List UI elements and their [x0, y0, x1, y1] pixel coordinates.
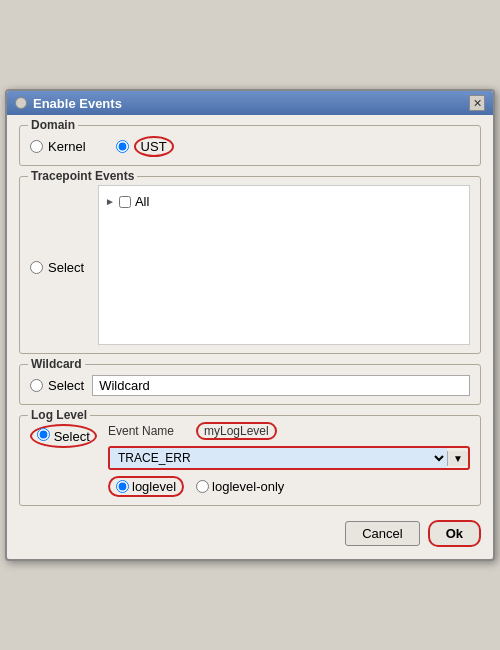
wildcard-row: Select	[30, 371, 470, 396]
log-level-select-row: TRACE_ERR ▼	[108, 446, 470, 470]
wildcard-select-radio[interactable]	[30, 379, 43, 392]
tracepoint-section: Tracepoint Events Select ► All	[19, 176, 481, 354]
tree-all-checkbox[interactable]	[119, 196, 131, 208]
cancel-button[interactable]: Cancel	[345, 521, 419, 546]
loglevel-label-circled: loglevel	[108, 476, 184, 497]
dropdown-arrow-button[interactable]: ▼	[447, 451, 468, 466]
enable-events-dialog: Enable Events ✕ Domain Kernel UST	[5, 89, 495, 561]
tree-arrow-icon[interactable]: ►	[105, 196, 115, 207]
log-level-section: Log Level Select Event Name	[19, 415, 481, 506]
wildcard-input[interactable]	[92, 375, 470, 396]
tree-all-row: ► All	[105, 192, 463, 211]
wildcard-select-radio-item[interactable]: Select	[30, 378, 84, 393]
wildcard-select-label: Select	[48, 378, 84, 393]
domain-label: Domain	[28, 118, 78, 132]
loglevel-radios: loglevel loglevel-only	[108, 476, 470, 497]
kernel-label: Kernel	[48, 139, 86, 154]
tracepoint-select-radio[interactable]	[30, 261, 43, 274]
tracepoint-tree-box: ► All	[98, 185, 470, 345]
tree-all-label: All	[135, 194, 149, 209]
ust-radio[interactable]	[116, 140, 129, 153]
loglevel-radio-item[interactable]: loglevel	[108, 476, 184, 497]
log-level-inner: Select Event Name myLogLevel TRAC	[20, 416, 480, 505]
event-name-value: myLogLevel	[196, 422, 277, 440]
dialog-title: Enable Events	[33, 96, 122, 111]
loglevel-only-radio-item[interactable]: loglevel-only	[196, 479, 284, 494]
loglevel-only-label: loglevel-only	[212, 479, 284, 494]
log-level-select-radio[interactable]	[37, 428, 50, 441]
title-bar: Enable Events ✕	[7, 91, 493, 115]
title-bar-dot	[15, 97, 27, 109]
title-bar-left: Enable Events	[15, 96, 122, 111]
tracepoint-content: Select ► All	[20, 185, 480, 353]
tracepoint-left-col: Select	[30, 185, 90, 275]
tracepoint-label: Tracepoint Events	[28, 169, 137, 183]
ust-radio-item[interactable]: UST	[116, 136, 174, 157]
log-level-row: Select Event Name myLogLevel TRAC	[30, 422, 470, 497]
wildcard-section: Wildcard Select	[19, 364, 481, 405]
kernel-radio[interactable]	[30, 140, 43, 153]
kernel-radio-item[interactable]: Kernel	[30, 139, 86, 154]
log-level-label: Log Level	[28, 408, 90, 422]
log-level-select-circled: Select	[30, 424, 97, 448]
ok-button[interactable]: Ok	[428, 520, 481, 547]
close-button[interactable]: ✕	[469, 95, 485, 111]
buttons-row: Cancel Ok	[19, 516, 481, 547]
domain-section: Domain Kernel UST	[19, 125, 481, 166]
loglevel-radio[interactable]	[116, 480, 129, 493]
ust-label: UST	[141, 139, 167, 154]
log-level-form: Event Name myLogLevel TRACE_ERR ▼	[108, 422, 470, 497]
log-level-select-radio-item[interactable]: Select	[30, 424, 97, 448]
wildcard-label: Wildcard	[28, 357, 85, 371]
loglevel-only-radio[interactable]	[196, 480, 209, 493]
ust-label-circled: UST	[134, 136, 174, 157]
log-level-select-label: Select	[54, 429, 90, 444]
event-name-row: Event Name myLogLevel	[108, 422, 470, 440]
dialog-body: Domain Kernel UST Tracepoint Events	[7, 115, 493, 559]
tracepoint-select-label: Select	[48, 260, 84, 275]
log-level-dropdown[interactable]: TRACE_ERR	[110, 448, 447, 468]
log-level-dropdown-wrap: TRACE_ERR ▼	[108, 446, 470, 470]
domain-row: Kernel UST	[30, 132, 470, 157]
log-level-left: Select	[30, 422, 100, 448]
loglevel-label: loglevel	[132, 479, 176, 494]
event-name-label: Event Name	[108, 424, 188, 438]
tracepoint-select-radio-item[interactable]: Select	[30, 260, 84, 275]
